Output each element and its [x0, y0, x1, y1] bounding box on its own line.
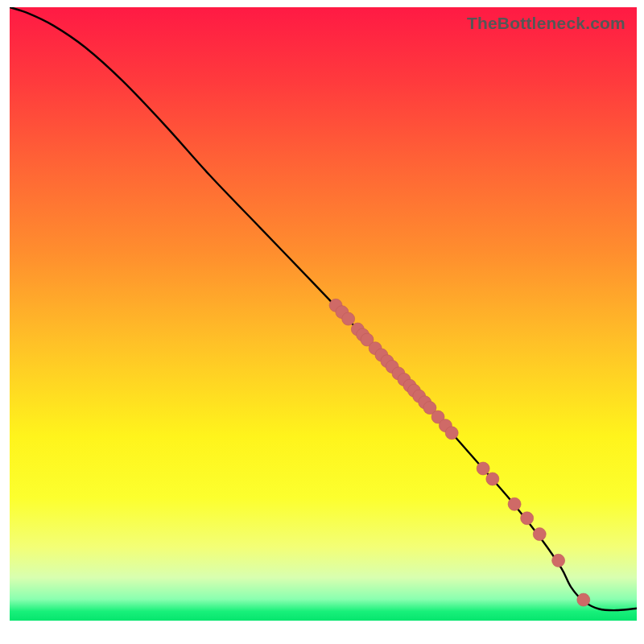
- data-marker: [533, 528, 546, 541]
- data-marker: [477, 462, 489, 475]
- data-marker: [521, 512, 534, 525]
- data-marker: [342, 312, 355, 325]
- plot-area: TheBottleneck.com: [10, 7, 637, 621]
- data-markers: [329, 299, 590, 606]
- data-marker: [486, 473, 499, 485]
- data-marker: [445, 427, 458, 440]
- curve-line: [10, 7, 637, 610]
- chart-svg: [10, 7, 637, 621]
- data-marker: [552, 554, 565, 567]
- data-marker: [508, 497, 521, 510]
- data-marker: [577, 593, 590, 606]
- chart-stage: TheBottleneck.com: [0, 0, 644, 644]
